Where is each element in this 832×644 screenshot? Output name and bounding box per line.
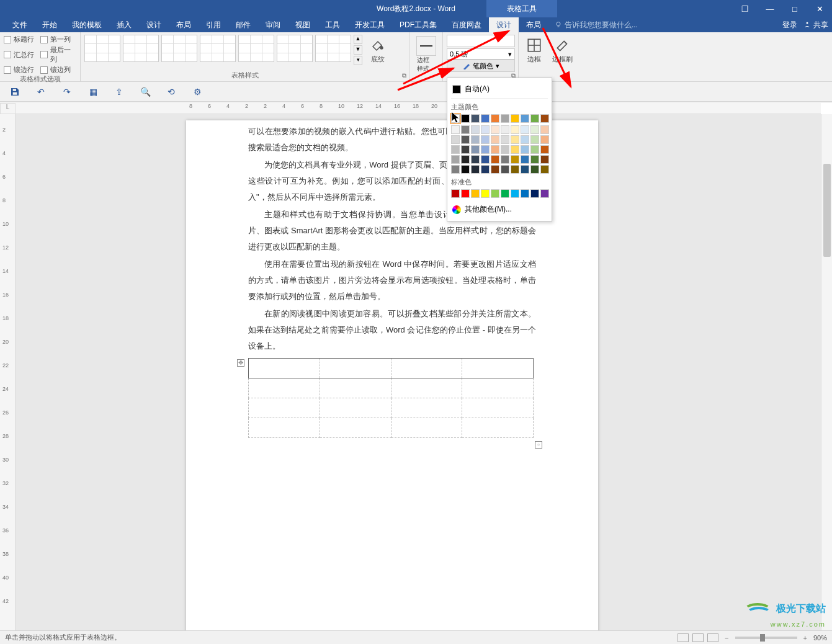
ribbon-display-options-icon[interactable]: ❐ (733, 0, 758, 17)
tab-view[interactable]: 视图 (288, 17, 318, 32)
auto-color-option[interactable]: 自动(A) (451, 82, 548, 99)
color-swatch[interactable] (481, 145, 490, 154)
tab-mailings[interactable]: 邮件 (228, 17, 258, 32)
tab-file[interactable]: 文件 (5, 17, 35, 32)
undo-button[interactable]: ↶ (35, 86, 47, 98)
qat-button[interactable]: ▦ (87, 86, 99, 98)
zoom-handle[interactable] (760, 634, 765, 642)
color-swatch[interactable] (481, 125, 490, 134)
table-style-gallery[interactable]: ▲ ▼ ▾ 底纹 (84, 35, 405, 65)
more-colors-option[interactable]: 其他颜色(M)... (451, 202, 548, 217)
gallery-scroll-down[interactable]: ▼ (354, 45, 362, 55)
color-swatch[interactable] (451, 145, 460, 154)
color-swatch[interactable] (491, 189, 499, 198)
color-swatch[interactable] (461, 135, 470, 144)
gallery-more[interactable]: ▾ (354, 56, 362, 65)
zoom-slider[interactable] (735, 637, 797, 639)
tab-home[interactable]: 开始 (35, 17, 65, 32)
color-swatch[interactable] (491, 165, 499, 174)
pen-color-button[interactable]: 笔颜色 ▾ (447, 60, 515, 72)
color-swatch[interactable] (461, 125, 470, 134)
check-header-row[interactable]: 标题行 (4, 35, 34, 44)
tab-baidu[interactable]: 百度网盘 (444, 17, 489, 32)
check-last-col[interactable]: 最后一列 (40, 45, 76, 64)
color-swatch[interactable] (471, 155, 480, 164)
check-banded-col[interactable]: 镶边列 (40, 65, 76, 74)
qat-button[interactable]: ⟲ (165, 86, 177, 98)
color-swatch[interactable] (530, 155, 539, 164)
color-swatch[interactable] (471, 135, 480, 144)
color-swatch[interactable] (461, 189, 470, 198)
color-swatch[interactable] (501, 125, 509, 134)
color-swatch[interactable] (491, 125, 499, 134)
color-swatch[interactable] (461, 165, 470, 174)
color-swatch[interactable] (521, 155, 529, 164)
color-swatch[interactable] (471, 189, 480, 198)
color-swatch[interactable] (511, 165, 519, 174)
color-swatch[interactable] (530, 165, 539, 174)
maximize-button[interactable]: □ (782, 0, 807, 17)
color-swatch[interactable] (511, 155, 519, 164)
color-swatch[interactable] (451, 155, 460, 164)
color-swatch[interactable] (471, 145, 480, 154)
vertical-scrollbar[interactable] (821, 114, 832, 630)
borders-button[interactable]: 边框 (521, 35, 547, 65)
color-swatch[interactable] (481, 165, 490, 174)
color-swatch[interactable] (530, 125, 539, 134)
color-swatch[interactable] (491, 135, 499, 144)
table-move-handle[interactable]: ✥ (237, 359, 244, 367)
save-button[interactable] (9, 86, 21, 98)
color-swatch[interactable] (540, 135, 549, 144)
tab-table-design[interactable]: 设计 (489, 17, 519, 32)
color-swatch[interactable] (501, 165, 509, 174)
tab-developer[interactable]: 开发工具 (347, 17, 392, 32)
tab-design[interactable]: 设计 (139, 17, 169, 32)
qat-button[interactable]: 🔍 (139, 86, 151, 98)
border-style-button[interactable]: 边框样式 (413, 35, 439, 74)
color-swatch[interactable] (501, 155, 509, 164)
shading-button[interactable]: 底纹 (365, 35, 391, 65)
table-style-thumb[interactable] (200, 35, 236, 62)
color-swatch[interactable] (530, 189, 539, 198)
redo-button[interactable]: ↷ (61, 86, 73, 98)
minimize-button[interactable]: — (758, 0, 782, 17)
color-swatch[interactable] (540, 165, 549, 174)
view-print-icon[interactable] (692, 633, 704, 642)
qat-button[interactable]: ⚙ (191, 86, 204, 98)
color-swatch[interactable] (501, 145, 509, 154)
share-button[interactable]: 共享 (803, 20, 828, 30)
paragraph[interactable]: 使用在需要位置出现的新按钮在 Word 中保存时间。若要更改图片适应文档的方式，… (248, 256, 536, 305)
color-swatch[interactable] (501, 135, 509, 144)
color-swatch[interactable] (451, 125, 460, 134)
color-swatch[interactable] (511, 135, 519, 144)
paragraph[interactable]: 在新的阅读视图中阅读更加容易。可以折叠文档某些部分并关注所需文本。如果在达到结尾… (248, 306, 536, 354)
document-table[interactable] (248, 358, 534, 438)
contextual-tab-table-tools[interactable]: 表格工具 (486, 0, 557, 17)
color-swatch[interactable] (471, 114, 480, 123)
view-web-icon[interactable] (707, 633, 718, 642)
tab-tools[interactable]: 工具 (318, 17, 347, 32)
color-swatch[interactable] (451, 135, 460, 144)
color-swatch[interactable] (521, 189, 529, 198)
color-swatch[interactable] (530, 145, 539, 154)
color-swatch[interactable] (511, 114, 519, 123)
tab-insert[interactable]: 插入 (109, 17, 139, 32)
table-style-thumb[interactable] (84, 35, 120, 62)
color-swatch[interactable] (471, 125, 480, 134)
tell-me-search[interactable]: 告诉我您想要做什么... (555, 20, 638, 30)
table-style-thumb[interactable] (161, 35, 197, 62)
color-swatch[interactable] (540, 155, 549, 164)
zoom-level[interactable]: 90% (813, 634, 827, 642)
qat-button[interactable]: ⇪ (113, 86, 125, 98)
scrollbar-thumb[interactable] (823, 164, 831, 257)
color-swatch[interactable] (461, 114, 470, 123)
table-style-thumb[interactable] (315, 35, 351, 62)
color-swatch[interactable] (530, 135, 539, 144)
color-swatch[interactable] (481, 114, 490, 123)
tab-review[interactable]: 审阅 (258, 17, 288, 32)
color-swatch[interactable] (511, 125, 519, 134)
check-first-col[interactable]: 第一列 (40, 35, 76, 44)
color-swatch[interactable] (540, 125, 549, 134)
gallery-scroll-up[interactable]: ▲ (354, 35, 362, 44)
color-swatch[interactable] (511, 189, 519, 198)
